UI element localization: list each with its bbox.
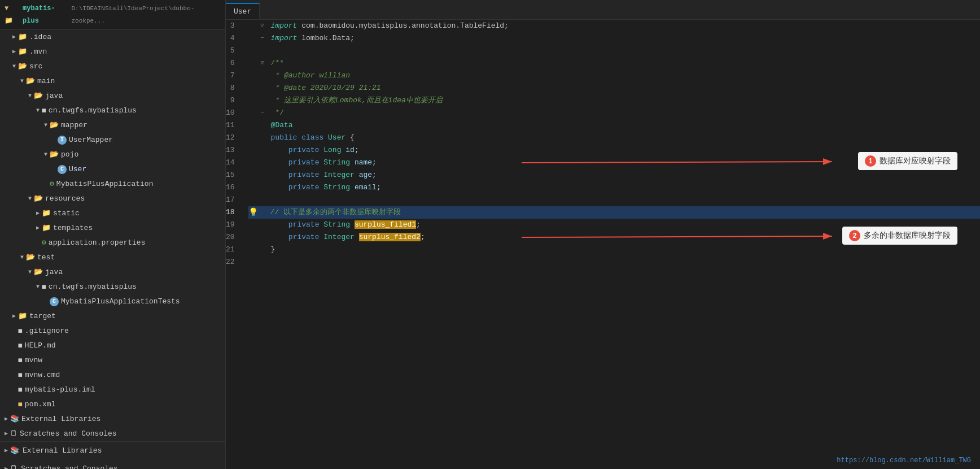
scratches-icon: 🗒: [10, 462, 18, 469]
tree-item-pom[interactable]: ◼pom.xml: [0, 397, 225, 412]
bulb-icon[interactable]: 💡: [248, 206, 258, 219]
tree-item-extlibs[interactable]: ▶📚External Libraries: [0, 412, 225, 427]
code-line-16[interactable]: private String email;: [248, 181, 980, 194]
tree-item-gitignore[interactable]: ◼.gitignore: [0, 324, 225, 338]
tree-item-java-main[interactable]: ▼📂java: [0, 89, 225, 103]
project-name[interactable]: mybatis-plus: [23, 2, 69, 27]
fold-icon-3[interactable]: ▽: [261, 20, 269, 32]
code-line-20[interactable]: private Integer surplus_filed2;: [248, 231, 980, 244]
tree-item-HELP[interactable]: ◼HELP.md: [0, 338, 225, 353]
tree-label-AppTests: MybatisPlusApplicationTests: [61, 296, 180, 308]
code-line-9[interactable]: * 这里要引入依赖Lombok,而且在idea中也要开启: [248, 94, 980, 107]
code-content-19: private String surplus_filed1;: [271, 219, 421, 231]
tree-icon-scratches: 🗒: [10, 428, 18, 440]
fold-icon-10[interactable]: −: [261, 107, 269, 119]
tree-label-HELP: HELP.md: [25, 340, 56, 352]
line-num-8: 8: [226, 82, 239, 94]
external-libraries-item[interactable]: ▶ 📚 External Libraries: [0, 442, 225, 460]
tree-label-pojo: pojo: [61, 149, 78, 161]
code-line-5[interactable]: [248, 45, 980, 57]
tree-item-mvnwcmd[interactable]: ◼mvnw.cmd: [0, 368, 225, 383]
line-num-4: 4: [226, 32, 239, 45]
code-line-14[interactable]: private String name;: [248, 157, 980, 169]
code-line-21[interactable]: }: [248, 244, 980, 256]
file-tree: ▶📁.idea▶📁.mvn▼📂src▼📂main▼📂java▼◼cn.twgfs…: [0, 30, 225, 441]
tree-item-main[interactable]: ▼📂main: [0, 74, 225, 89]
line-num-13: 13: [226, 144, 239, 157]
tab-user[interactable]: User: [226, 3, 260, 19]
code-line-18[interactable]: 💡// 以下是多余的两个非数据库映射字段: [248, 206, 980, 219]
tree-item-UserMapper[interactable]: IUserMapper: [0, 133, 225, 147]
tree-label-main: main: [37, 75, 55, 88]
tree-icon-mvnw: ◼: [18, 354, 23, 367]
tree-icon-extlibs: 📚: [10, 413, 19, 425]
tree-arrow-scratches: ▶: [2, 428, 10, 440]
tree-label-UserMapper: UserMapper: [69, 134, 113, 146]
tree-item-mvn[interactable]: ▶📁.mvn: [0, 45, 225, 59]
tree-item-pkg-test[interactable]: ▼◼cn.twgfs.mybatisplus: [0, 280, 225, 294]
line-num-15: 15: [226, 169, 239, 181]
code-content-13: private Long id;: [271, 144, 359, 157]
fold-icon-6[interactable]: ▽: [261, 57, 269, 70]
tree-item-java-test[interactable]: ▼📂java: [0, 265, 225, 280]
tree-item-mvnw[interactable]: ◼mvnw: [0, 353, 225, 368]
tree-arrow-java-test: ▼: [26, 266, 34, 279]
code-line-17[interactable]: [248, 194, 980, 206]
tree-item-User[interactable]: CUser: [0, 162, 225, 177]
code-content-6: /**: [271, 57, 284, 70]
tree-item-idea[interactable]: ▶📁.idea: [0, 30, 225, 45]
editor-content[interactable]: 345678910111213141516171819202122 ▽impor…: [226, 20, 980, 469]
tree-arrow-pojo: ▼: [42, 149, 50, 161]
tree-item-mapper[interactable]: ▼📂mapper: [0, 118, 225, 133]
external-libraries-icon: 📚: [10, 444, 19, 458]
code-area[interactable]: ▽import com.baomidou.mybatisplus.annotat…: [239, 20, 980, 469]
code-line-12[interactable]: public class User {: [248, 132, 980, 144]
tree-icon-resources: 📂: [34, 193, 43, 205]
tree-item-static[interactable]: ▶📁static: [0, 206, 225, 221]
code-line-19[interactable]: private String surplus_filed1;: [248, 219, 980, 231]
tree-label-java-main: java: [45, 90, 63, 102]
tree-icon-MybatisPlusApp: ⚙: [50, 178, 54, 190]
tree-item-src[interactable]: ▼📂src: [0, 59, 225, 74]
code-line-4[interactable]: −import lombok.Data;: [248, 32, 980, 45]
sidebar-header: ▼ 📁 mybatis-plus D:\IDEAINStall\IdeaProj…: [0, 0, 225, 30]
project-path: D:\IDEAINStall\IdeaProject\dubbo-zookpe.…: [72, 2, 221, 27]
code-content-21: }: [271, 244, 275, 256]
tree-icon-User: C: [58, 165, 67, 174]
code-line-3[interactable]: ▽import com.baomidou.mybatisplus.annotat…: [248, 20, 980, 32]
code-line-6[interactable]: ▽/**: [248, 57, 980, 70]
tree-arrow-target: ▶: [10, 310, 18, 323]
tree-item-pojo[interactable]: ▼📂pojo: [0, 147, 225, 162]
tree-icon-HELP: ◼: [18, 340, 23, 352]
code-line-15[interactable]: private Integer age;: [248, 169, 980, 181]
fold-icon-4[interactable]: −: [261, 32, 269, 45]
tree-item-mybatisplus-iml[interactable]: ◼mybatis-plus.iml: [0, 383, 225, 397]
code-line-22[interactable]: [248, 256, 980, 268]
code-line-11[interactable]: @Data: [248, 119, 980, 132]
tree-item-AppTests[interactable]: CMybatisPlusApplicationTests: [0, 294, 225, 309]
tree-item-target[interactable]: ▶📁target: [0, 309, 225, 324]
tree-item-test[interactable]: ▼📂test: [0, 250, 225, 265]
tree-label-pom: pom.xml: [25, 398, 56, 411]
tree-label-scratches: Scratches and Consoles: [20, 428, 117, 440]
tree-item-pkg-main[interactable]: ▼◼cn.twgfs.mybatisplus: [0, 103, 225, 118]
tree-item-scratches[interactable]: ▶🗒Scratches and Consoles: [0, 427, 225, 441]
tree-icon-mvn: 📁: [18, 46, 27, 58]
code-content-3: import com.baomidou.mybatisplus.annotati…: [271, 20, 509, 32]
scratches-consoles-item[interactable]: ▶ 🗒 Scratches and Consoles: [0, 460, 225, 469]
tree-item-resources[interactable]: ▼📂resources: [0, 192, 225, 206]
line-num-3: 3: [226, 20, 239, 32]
code-line-13[interactable]: private Long id;: [248, 144, 980, 157]
code-line-10[interactable]: − */: [248, 107, 980, 119]
code-line-7[interactable]: * @author willian: [248, 70, 980, 82]
project-folder-icon: ▼ 📁: [5, 2, 20, 27]
tree-item-appprops[interactable]: ⚙application.properties: [0, 236, 225, 250]
code-line-8[interactable]: * @date 2020/10/29 21:21: [248, 82, 980, 94]
code-content-11: @Data: [271, 119, 293, 132]
tree-icon-appprops: ⚙: [42, 237, 46, 249]
tree-item-MybatisPlusApp[interactable]: ⚙MybatisPlusApplication: [0, 177, 225, 192]
line-num-14: 14: [226, 157, 239, 169]
tree-icon-main: 📂: [26, 75, 35, 88]
tree-icon-mybatisplus-iml: ◼: [18, 384, 23, 396]
tree-item-templates[interactable]: ▶📁templates: [0, 221, 225, 236]
